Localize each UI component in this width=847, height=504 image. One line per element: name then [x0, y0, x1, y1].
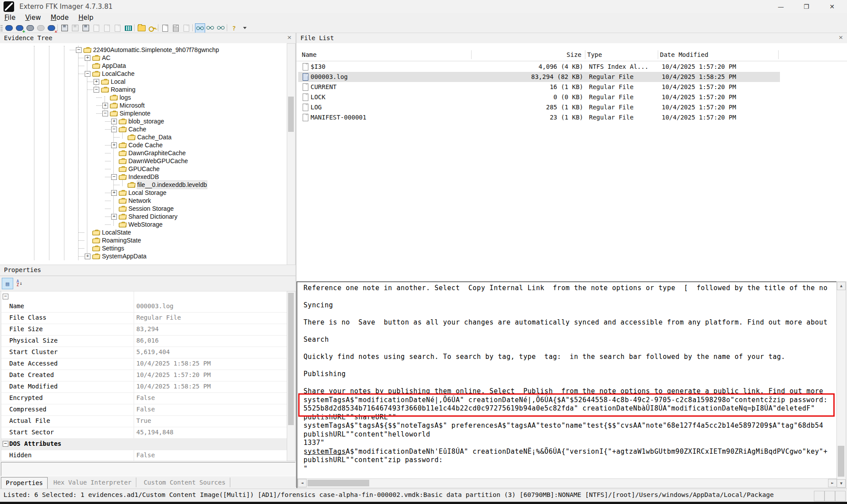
- create-disk-image-icon[interactable]: [60, 23, 69, 33]
- tree-node-label[interactable]: DawnWebGPUCache: [128, 157, 188, 165]
- tree-node-label[interactable]: Code Cache: [128, 141, 163, 149]
- collapse-icon[interactable]: −: [3, 441, 8, 447]
- expand-icon[interactable]: +: [111, 190, 117, 196]
- expand-icon[interactable]: +: [111, 214, 117, 220]
- collapse-icon[interactable]: −: [76, 47, 82, 53]
- evidence-tree-scrollbar[interactable]: [287, 43, 296, 265]
- tree-node-ac[interactable]: +AC: [0, 54, 296, 62]
- tree-node-dawnwebgpucache[interactable]: DawnWebGPUCache: [0, 157, 296, 165]
- tree-node-localstate[interactable]: LocalState: [0, 228, 296, 236]
- tree-node-label[interactable]: Roaming: [111, 86, 135, 93]
- properties-scrollbar[interactable]: [287, 291, 296, 461]
- scroll-down-icon[interactable]: ▼: [837, 479, 846, 488]
- tree-node-label[interactable]: Local Storage: [128, 189, 166, 197]
- content-viewer[interactable]: Reference one note in another. Select Co…: [296, 281, 837, 488]
- tree-node-label[interactable]: AC: [102, 54, 110, 62]
- tree-node-label[interactable]: LocalState: [102, 228, 131, 236]
- tree-node-label[interactable]: Network: [128, 197, 151, 205]
- file-row-log[interactable]: LOG285 (1 KB)Regular File10/4/2025 1:57:…: [298, 102, 780, 112]
- column-header-date-modified[interactable]: Date Modified: [660, 51, 708, 58]
- tab-custom-content-sources[interactable]: Custom Content Sources: [139, 478, 230, 487]
- collapse-icon[interactable]: −: [85, 71, 90, 77]
- obtain-protected-files-icon[interactable]: [147, 23, 157, 33]
- viewer-horizontal-scrollbar[interactable]: ◄ ►: [297, 478, 837, 488]
- tree-node-label[interactable]: Simplenote: [120, 109, 150, 117]
- tree-node-label[interactable]: Microsoft: [120, 101, 145, 109]
- zoom-view-2-icon[interactable]: [216, 23, 225, 33]
- menu-help[interactable]: Help: [79, 14, 94, 22]
- tree-node-cache[interactable]: −Cache: [0, 125, 296, 133]
- tree-node-label[interactable]: Session Storage: [128, 205, 174, 213]
- column-header-name[interactable]: Name: [302, 51, 317, 58]
- column-divider[interactable]: [658, 50, 658, 59]
- property-row-date-accessed[interactable]: Date Accessed10/4/2025 1:58:25 PM: [1, 358, 295, 370]
- column-header-type[interactable]: Type: [587, 51, 602, 58]
- export-logical-image-icon[interactable]: [92, 23, 101, 33]
- evidence-tree-scroll-thumb[interactable]: [288, 97, 294, 132]
- property-row-name[interactable]: Name000003.log: [1, 301, 295, 313]
- document-properties-icon[interactable]: [171, 23, 180, 33]
- decrypt-ad1-image-icon[interactable]: [102, 23, 112, 33]
- tree-node-label[interactable]: LocalCache: [102, 70, 135, 78]
- tree-node-roamingstate[interactable]: RoamingState: [0, 236, 296, 244]
- tree-node-webstorage[interactable]: WebStorage: [0, 220, 296, 228]
- tab-hex-value-interpreter[interactable]: Hex Value Interpreter: [49, 478, 136, 487]
- tree-node-label[interactable]: WebStorage: [128, 220, 163, 228]
- property-row-hidden[interactable]: HiddenFalse: [1, 450, 295, 461]
- tree-node-localcache[interactable]: −LocalCache: [0, 70, 296, 78]
- tree-node-label[interactable]: blob_storage: [128, 117, 164, 125]
- tree-node-logs[interactable]: logs: [0, 93, 296, 101]
- tab-properties[interactable]: Properties: [1, 477, 48, 489]
- tree-node-label[interactable]: Cache: [128, 125, 146, 133]
- column-divider[interactable]: [778, 50, 779, 59]
- export-file-hash-list-icon[interactable]: [124, 23, 133, 33]
- property-row-date-modified[interactable]: Date Modified10/4/2025 1:58:25 PM: [1, 381, 295, 393]
- tree-node-label[interactable]: Settings: [102, 244, 124, 252]
- collapse-icon[interactable]: −: [3, 294, 8, 299]
- tree-node-label[interactable]: Local: [111, 78, 125, 86]
- tree-node-file-0-indexeddb-leveldb[interactable]: file__0.indexeddb.leveldb: [0, 181, 296, 189]
- tree-node-local-storage[interactable]: +Local Storage: [0, 189, 296, 197]
- menu-file[interactable]: File: [4, 14, 15, 22]
- tree-node-dawngraphitecache[interactable]: DawnGraphiteCache: [0, 149, 296, 157]
- expand-icon[interactable]: +: [111, 119, 117, 124]
- collapse-icon[interactable]: −: [111, 174, 117, 180]
- expand-icon[interactable]: +: [94, 79, 99, 85]
- file-list[interactable]: NameSizeTypeDate Modified$I304,096 (4 KB…: [296, 43, 847, 281]
- expand-icon[interactable]: +: [85, 55, 90, 61]
- collapse-icon[interactable]: −: [111, 127, 117, 132]
- new-document-icon[interactable]: [161, 23, 170, 33]
- tree-node-session-storage[interactable]: Session Storage: [0, 205, 296, 213]
- expand-icon[interactable]: +: [102, 103, 108, 108]
- verify-drive-image-icon[interactable]: [113, 23, 122, 33]
- auto-fit-view-icon[interactable]: [195, 23, 205, 34]
- add-evidence-item-icon[interactable]: [4, 23, 14, 33]
- directory-listing-icon[interactable]: [182, 23, 191, 33]
- viewer-vertical-scrollbar[interactable]: ▲ ▼: [836, 281, 846, 488]
- properties-grid[interactable]: −Name000003.logFile ClassRegular FileFil…: [1, 291, 296, 461]
- property-row-start-cluster[interactable]: Start Cluster5,619,404: [1, 347, 295, 358]
- scroll-left-icon[interactable]: ◄: [298, 479, 307, 487]
- properties-section-dos-attributes[interactable]: −DOS Attributes: [1, 439, 295, 450]
- tree-node-label[interactable]: RoamingState: [102, 236, 141, 244]
- add-all-attached-devices-icon[interactable]: +: [15, 23, 24, 33]
- image-mounting-icon[interactable]: [26, 23, 35, 33]
- file-row-000003-log[interactable]: 000003.log83,294 (82 KB)Regular File10/4…: [298, 72, 780, 82]
- scroll-up-icon[interactable]: ▲: [837, 282, 846, 290]
- tree-node-roaming[interactable]: −Roaming: [0, 86, 296, 93]
- tree-node-cache-data[interactable]: Cache_Data: [0, 133, 296, 141]
- column-header-size[interactable]: Size: [543, 51, 581, 58]
- evidence-tree[interactable]: −22490Automattic.Simplenote_9h07f78gwnch…: [0, 43, 296, 265]
- property-row-start-sector[interactable]: Start Sector45,194,848: [1, 427, 295, 439]
- capture-memory-icon[interactable]: [81, 23, 90, 33]
- tree-node-22490automattic-simplenote-9h07f78gwnchp[interactable]: −22490Automattic.Simplenote_9h07f78gwnch…: [0, 46, 296, 54]
- tree-node-simplenote[interactable]: −Simplenote: [0, 109, 296, 117]
- add-to-custom-content-image-icon[interactable]: [137, 23, 146, 33]
- tree-node-label[interactable]: file__0.indexeddb.leveldb: [137, 181, 207, 189]
- tree-node-label[interactable]: logs: [120, 93, 131, 101]
- menu-mode[interactable]: Mode: [51, 14, 69, 22]
- minimize-button[interactable]: —: [771, 1, 791, 12]
- menu-view[interactable]: View: [25, 14, 41, 22]
- tree-node-label[interactable]: 22490Automattic.Simplenote_9h07f78gwnchp: [93, 46, 219, 54]
- file-list-close-icon[interactable]: ×: [837, 34, 844, 41]
